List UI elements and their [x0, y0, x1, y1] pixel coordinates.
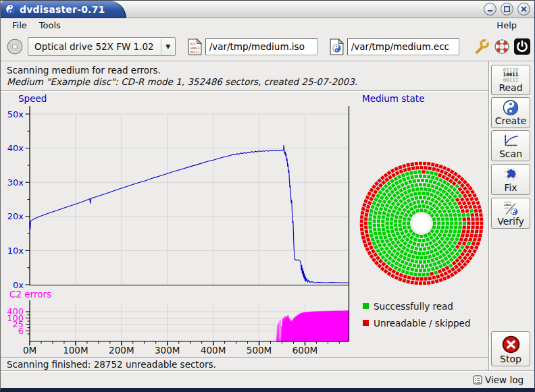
ecc-file-input[interactable]	[347, 38, 459, 55]
window-title: dvdisaster-0.71	[20, 4, 105, 15]
scan-result-text: Scanning finished: 28752 unreadable sect…	[1, 357, 488, 370]
svg-text:6: 6	[18, 326, 24, 336]
bottombar: View log	[1, 370, 534, 388]
view-log-label: View log	[485, 374, 524, 385]
optical-disc-icon	[6, 38, 24, 55]
quit-button[interactable]	[512, 36, 532, 57]
menubar: File Tools Help	[1, 18, 534, 32]
preferences-button[interactable]	[472, 36, 492, 57]
stop-icon	[502, 335, 520, 354]
svg-text:30x: 30x	[7, 177, 24, 188]
minimize-icon	[486, 5, 494, 13]
scan-label: Scan	[499, 148, 522, 159]
status-heading-line1: Scanning medium for read errors.	[7, 65, 488, 76]
image-file-input[interactable]	[205, 38, 317, 55]
medium-state-disc	[357, 160, 486, 288]
fix-label: Fix	[504, 182, 517, 193]
create-button[interactable]: Create	[491, 97, 530, 128]
svg-text:500M: 500M	[247, 345, 272, 356]
log-list-icon	[473, 375, 482, 385]
maximize-button[interactable]	[501, 3, 513, 16]
yinyang-create-icon	[503, 100, 519, 115]
drive-selector-value: Optical drive 52X FW 1.02	[34, 41, 161, 52]
medium-state-title: Medium state	[362, 93, 424, 104]
legend-label-read: Successfully read	[374, 301, 453, 312]
close-icon	[520, 5, 528, 13]
svg-text:50x: 50x	[7, 109, 24, 119]
menu-tools[interactable]: Tools	[33, 20, 67, 31]
svg-text:011: 011	[190, 43, 196, 46]
menu-help[interactable]: Help	[490, 20, 529, 31]
content: Scanning medium for read errors. Medium …	[1, 61, 534, 370]
svg-text:00111: 00111	[190, 50, 200, 53]
binary-read-icon: 01110 10011 00111	[503, 67, 519, 83]
drive-selector[interactable]: Optical drive 52X FW 1.02 ▼	[28, 37, 176, 56]
legend-swatch-read	[363, 303, 369, 309]
iso-file-icon: 011 10011 00111	[188, 38, 202, 55]
optical-drive-button[interactable]	[5, 36, 25, 57]
status-heading: Scanning medium for read errors. Medium …	[1, 61, 488, 91]
charts-region: 0x10x20x30x40x50x4001002560M100M200M300M…	[1, 91, 488, 357]
scan-chart-icon	[502, 133, 519, 148]
legend-row: Unreadable / skipped	[363, 314, 470, 331]
app-yinyang-icon	[5, 4, 16, 14]
legend-label-unreadable: Unreadable / skipped	[374, 318, 470, 329]
svg-text:C2 errors: C2 errors	[9, 289, 51, 300]
power-icon	[513, 38, 531, 55]
minimize-button[interactable]	[484, 3, 496, 16]
svg-text:200M: 200M	[109, 345, 134, 356]
svg-text:10011: 10011	[190, 47, 200, 50]
svg-text:400M: 400M	[201, 345, 226, 356]
view-log-button[interactable]: View log	[470, 373, 526, 387]
medium-info-line: Medium "Example disc": CD-R mode 1, 3524…	[7, 76, 488, 87]
action-sidebar: 01110 10011 00111 Read Create Scan	[489, 61, 534, 370]
stop-label: Stop	[500, 354, 521, 364]
scan-button[interactable]: Scan	[491, 130, 530, 161]
verify-label: Verify	[497, 216, 524, 227]
create-label: Create	[495, 115, 527, 126]
left-column: Scanning medium for read errors. Medium …	[1, 61, 489, 370]
help-button[interactable]	[492, 36, 512, 57]
maximize-icon	[503, 5, 511, 13]
wrench-icon	[473, 38, 490, 55]
fix-button[interactable]: Fix	[491, 164, 530, 195]
title-tab: dvdisaster-0.71	[1, 1, 126, 18]
svg-text:20x: 20x	[7, 211, 24, 221]
read-label: Read	[499, 82, 522, 93]
read-button[interactable]: 01110 10011 00111 Read	[491, 65, 530, 95]
medium-state-legend: Successfully read Unreadable / skipped	[363, 298, 470, 331]
lifebuoy-icon	[493, 38, 511, 55]
stop-button[interactable]: Stop	[491, 331, 530, 366]
legend-row: Successfully read	[363, 298, 470, 314]
svg-text:Speed: Speed	[18, 93, 47, 104]
svg-text:100M: 100M	[63, 345, 88, 356]
ecc-file-icon	[330, 38, 344, 55]
verify-compare-icon: 01110 10011 00111	[502, 200, 519, 216]
svg-text:40x: 40x	[7, 143, 24, 153]
titlebar[interactable]: dvdisaster-0.71	[1, 1, 534, 18]
svg-text:300M: 300M	[155, 345, 180, 356]
close-button[interactable]	[517, 3, 530, 16]
chevron-down-icon: ▼	[161, 43, 175, 50]
legend-swatch-unreadable	[363, 320, 369, 326]
svg-text:600M: 600M	[292, 345, 317, 356]
svg-text:0M: 0M	[23, 345, 36, 356]
app-window: dvdisaster-0.71 File Tools Help	[0, 0, 535, 392]
puzzle-fix-icon	[502, 167, 519, 182]
svg-text:10x: 10x	[7, 246, 24, 256]
toolbar: Optical drive 52X FW 1.02 ▼ 011 10011 00…	[1, 32, 534, 61]
menu-file[interactable]: File	[6, 20, 33, 31]
verify-button[interactable]: 01110 10011 00111 Verify	[491, 198, 530, 229]
